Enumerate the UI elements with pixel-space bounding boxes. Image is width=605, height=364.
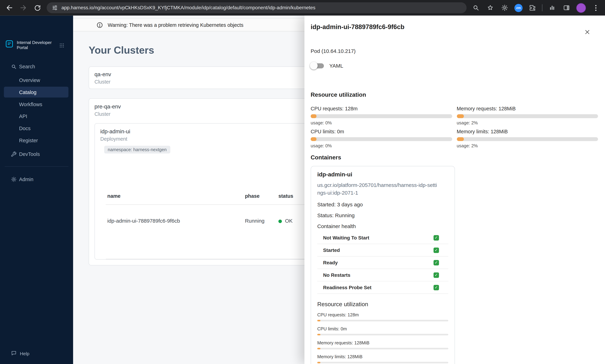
admin-gear-icon [11,176,17,182]
progress-fill [317,348,321,350]
container-health-heading: Container health [317,223,448,229]
check-icon [434,235,439,240]
health-row: No Restarts [317,269,448,281]
help-chat-icon [11,350,17,357]
progress-track [317,348,448,350]
sidebar-item-overview[interactable]: Overview [0,75,73,86]
containers-heading: Containers [311,154,598,161]
meter-memory-requests: Memory requests: 128MiB usage: 2% [457,106,598,125]
progress-track [457,137,598,141]
search-toolbar-icon[interactable] [471,3,481,13]
container-image: us.gcr.io/platform-205701/harness/harnes… [317,182,438,197]
screen: app.harness.io/ng/account/vpCkHKsDSxK9_K… [0,0,605,364]
meter-memory-limits: Memory limits: 128MiB usage: 2% [457,129,598,148]
site-info-icon[interactable] [51,4,58,11]
resource-meters: CPU requests: 128m usage: 0% Memory requ… [311,106,598,148]
progress-track [457,114,598,118]
sidebar-help[interactable]: Help [11,349,29,358]
side-panel-icon[interactable] [562,3,571,13]
reload-icon[interactable] [33,3,42,13]
sidebar-item-admin[interactable]: Admin [0,174,73,185]
container-name: idp-admin-ui [317,171,448,178]
url-text: app.harness.io/ng/account/vpCkHKsDSxK9_K… [62,5,316,11]
sidebar-search[interactable]: Search [0,61,73,72]
yaml-toggle-label: YAML [329,63,343,68]
progress-track [311,137,452,141]
browser-profile-avatar[interactable] [576,3,586,13]
progress-track [317,362,448,363]
resource-utilization-heading: Resource utilization [311,91,598,98]
container-meter-memory-requests: Memory requests: 128MiB [317,340,448,349]
check-icon [434,285,439,290]
sidebar-app-title: Internal Developer Portal [17,40,53,50]
sidebar-item-workflows[interactable]: Workflows [0,99,73,109]
container-health-list: Not Waiting To Start Started Ready No Re… [317,232,448,294]
progress-fill [457,137,464,141]
zoom-extension-icon[interactable]: zm [514,4,523,12]
container-meter-cpu-limits: CPU limits: 0m [317,326,448,336]
namespace-badge: namespace: harness-nextgen [104,146,170,154]
sidebar-item-catalog[interactable]: Catalog [4,87,68,98]
app-window: Internal Developer Portal Search Overvie… [0,16,605,364]
search-icon [11,64,17,69]
yaml-toggle[interactable] [311,62,325,70]
sidebar-item-api[interactable]: API [0,111,73,122]
browser-toolbar: app.harness.io/ng/account/vpCkHKsDSxK9_K… [0,0,605,16]
container-meter-memory-limits: Memory limits: 128MiB [317,354,448,363]
forward-icon[interactable] [19,3,28,13]
sidebar-divider [5,166,68,167]
container-card: idp-admin-ui us.gcr.io/platform-205701/h… [311,166,455,364]
pod-phase: Running [245,218,278,259]
back-icon[interactable] [5,3,14,13]
col-name: name [107,193,245,199]
container-resource-heading: Resource utilization [317,301,448,307]
pod-ip-subtitle: Pod (10.64.10.217) [311,48,598,54]
meter-cpu-limits: CPU limits: 0m usage: 0% [311,129,452,148]
close-icon[interactable] [582,26,592,37]
progress-fill [457,114,464,118]
drawer-title: idp-admin-ui-7889789fc6-9f6cb [311,23,405,31]
progress-fill [317,320,321,321]
health-row: Readiness Probe Set [317,281,448,294]
sidebar-item-register[interactable]: Register [0,135,73,146]
container-meter-cpu-requests: CPU requests: 128m [317,312,448,321]
progress-track [317,334,448,336]
container-started: Started: 3 days ago [317,202,448,208]
browser-menu-icon[interactable] [591,3,600,13]
sidebar-item-devtools[interactable]: DevTools [0,148,73,159]
apps-grid-icon[interactable] [59,43,65,50]
health-row: Not Waiting To Start [317,232,448,244]
address-bar[interactable]: app.harness.io/ng/account/vpCkHKsDSxK9_K… [47,2,467,13]
health-row: Ready [317,257,448,269]
col-phase: phase [245,193,278,199]
pod-name: idp-admin-ui-7889789fc6-9f6cb [107,218,245,259]
extensions-puzzle-icon[interactable] [528,3,537,13]
warning-icon [96,22,103,28]
progress-track [311,114,452,118]
status-ok-icon [278,220,282,223]
settings-gear-icon[interactable] [500,3,509,13]
progress-fill [317,362,321,363]
progress-fill [311,137,316,141]
media-controls-icon[interactable] [548,3,557,13]
wrench-icon [11,151,17,157]
progress-fill [311,114,316,118]
yaml-toggle-row: YAML [311,62,598,70]
toolbar-divider [542,4,542,11]
sidebar-item-docs[interactable]: Docs [0,123,73,134]
health-row: Started [317,244,448,257]
bookmark-star-icon[interactable] [486,3,495,13]
pod-details-drawer: idp-admin-ui-7889789fc6-9f6cb Pod (10.64… [304,16,605,364]
check-icon [434,260,439,265]
progress-fill [317,334,321,336]
meter-cpu-requests: CPU requests: 128m usage: 0% [311,106,452,125]
container-status: Status: Running [317,213,448,219]
check-icon [434,247,439,253]
harness-logo-icon[interactable] [5,39,14,50]
warning-text: Warning: There was a problem retrieving … [108,22,243,28]
check-icon [434,272,439,278]
sidebar: Internal Developer Portal Search Overvie… [0,16,73,364]
progress-track [317,320,448,321]
